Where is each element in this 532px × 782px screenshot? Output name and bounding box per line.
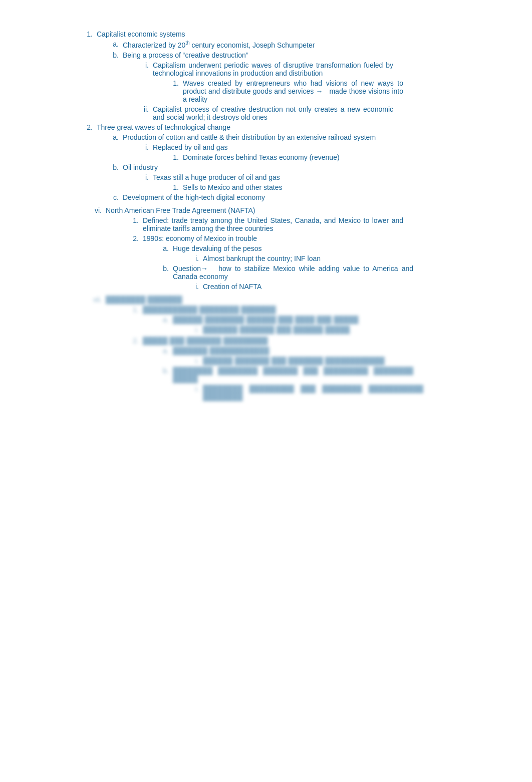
item-1b-i-num: i. xyxy=(141,61,153,69)
item-2b-i: i. Texas still a huge producer of oil an… xyxy=(141,173,451,191)
item-2b-i-text: Texas still a huge producer of oil and g… xyxy=(153,173,280,181)
item-2c-text: Development of the high-tech digital eco… xyxy=(123,193,265,201)
item-vi-2b-i: i. Creation of NAFTA xyxy=(191,283,451,291)
item-1b: b. Being a process of “creative destruct… xyxy=(111,51,451,121)
item-1a: a. Characterized by 20th century economi… xyxy=(111,40,451,49)
item-2-num: 2. xyxy=(81,123,97,131)
item-2-children: a. Production of cotton and cattle & the… xyxy=(111,133,451,201)
item-vi-2b-text: Question→ how to stabilize Mexico while … xyxy=(173,265,413,281)
item-2b-i-list: i. Texas still a huge producer of oil an… xyxy=(141,173,451,191)
item-vi-children: 1. Defined: trade treaty among the Unite… xyxy=(131,216,451,291)
item-2a-i-1-num: 1. xyxy=(171,153,183,161)
item-2a-i-1: 1. Dominate forces behind Texas economy … xyxy=(171,153,451,161)
item-vii-children: 1. ███████████ ████████ ███████ a. █████… xyxy=(131,306,451,401)
item-vi-1-text: Defined: trade treaty among the United S… xyxy=(143,216,403,232)
item-1a-num: a. xyxy=(111,40,123,48)
item-vi-1: 1. Defined: trade treaty among the Unite… xyxy=(131,216,451,232)
item-2a-text: Production of cotton and cattle & their … xyxy=(123,133,376,141)
item-2b-num: b. xyxy=(111,163,123,171)
item-1b-ii: ii. Capitalist process of creative destr… xyxy=(141,105,451,121)
item-2a-i-1-list: 1. Dominate forces behind Texas economy … xyxy=(171,153,451,161)
item-vi-2a-i-list: i. Almost bankrupt the country; INF loan xyxy=(191,254,451,263)
item-vi-2a-num: a. xyxy=(161,244,173,252)
item-1b-text: Being a process of “creative destruction… xyxy=(123,51,248,59)
document-container: 1. Capitalist economic systems a. Charac… xyxy=(61,20,471,414)
item-vi-2a-text: Huge devaluing of the pesos xyxy=(173,244,261,252)
item-vi-2-children: a. Huge devaluing of the pesos i. Almost… xyxy=(161,244,451,291)
item-vi-2-num: 2. xyxy=(131,234,143,242)
item-2b: b. Oil industry i. Texas still a huge pr… xyxy=(111,163,451,191)
item-vi-1-num: 1. xyxy=(131,216,143,224)
item-1b-ii-num: ii. xyxy=(141,105,153,113)
item-1-children: a. Characterized by 20th century economi… xyxy=(111,40,451,121)
item-1b-num: b. xyxy=(111,51,123,59)
item-2b-i-1-num: 1. xyxy=(171,183,183,191)
item-1b-i-text: Capitalism underwent periodic waves of d… xyxy=(153,61,393,77)
item-2a-num: a. xyxy=(111,133,123,141)
item-2b-i-1-text: Sells to Mexico and other states xyxy=(183,183,282,191)
item-1b-ii-text: Capitalist process of creative destructi… xyxy=(153,105,393,121)
item-vi-2a-i: i. Almost bankrupt the country; INF loan xyxy=(191,254,451,263)
item-2: 2. Three great waves of technological ch… xyxy=(81,123,451,201)
item-2a-i-text: Replaced by oil and gas xyxy=(153,143,227,151)
item-1b-i-1-num: 1. xyxy=(171,79,183,87)
item-vi-text: North American Free Trade Agreement (NAF… xyxy=(106,206,255,214)
item-vi-2: 2. 1990s: economy of Mexico in trouble a… xyxy=(131,234,451,291)
item-2a-i: i. Replaced by oil and gas 1. Dominate f… xyxy=(141,143,451,161)
item-vi-2a-i-num: i. xyxy=(191,254,203,263)
item-vi-2-text: 1990s: economy of Mexico in trouble xyxy=(143,234,257,242)
item-2a-i-1-text: Dominate forces behind Texas economy (re… xyxy=(183,153,340,161)
item-vi-2b-num: b. xyxy=(161,265,173,273)
item-vi-num: vi. xyxy=(81,206,106,214)
item-vi-2a: a. Huge devaluing of the pesos i. Almost… xyxy=(161,244,451,263)
item-2c-num: c. xyxy=(111,193,123,201)
item-vii: vii. ████████ ███████ 1. ███████████ ███… xyxy=(81,296,451,401)
item-1: 1. Capitalist economic systems a. Charac… xyxy=(81,30,451,121)
item-2a-i-num: i. xyxy=(141,143,153,151)
item-vi-2b-i-num: i. xyxy=(191,283,203,291)
item-2b-text: Oil industry xyxy=(123,163,158,171)
item-vi-2b: b. Question→ how to stabilize Mexico whi… xyxy=(161,265,451,291)
item-2a: a. Production of cotton and cattle & the… xyxy=(111,133,451,161)
item-1b-children: i. Capitalism underwent periodic waves o… xyxy=(141,61,451,121)
item-vi: vi. North American Free Trade Agreement … xyxy=(81,206,451,291)
item-2b-i-1: 1. Sells to Mexico and other states xyxy=(171,183,451,191)
item-vii-num: vii. xyxy=(81,296,106,304)
item-1-num: 1. xyxy=(81,30,97,38)
item-vi-2b-i-text: Creation of NAFTA xyxy=(203,283,261,291)
item-2a-i-list: i. Replaced by oil and gas 1. Dominate f… xyxy=(141,143,451,161)
item-vii-title: ████████ ███████ xyxy=(106,296,182,304)
item-2b-i-1-list: 1. Sells to Mexico and other states xyxy=(171,183,451,191)
item-2c: c. Development of the high-tech digital … xyxy=(111,193,451,201)
item-2-text: Three great waves of technological chang… xyxy=(97,123,230,131)
item-1b-i-1-text: Waves created by entrepreneurs who had v… xyxy=(183,79,403,103)
item-1b-i-1: 1. Waves created by entrepreneurs who ha… xyxy=(171,79,451,103)
item-1b-i-children: 1. Waves created by entrepreneurs who ha… xyxy=(171,79,451,103)
item-1-text: Capitalist economic systems xyxy=(97,30,185,38)
item-vi-2a-i-text: Almost bankrupt the country; INF loan xyxy=(203,254,321,263)
item-vi-2b-i-list: i. Creation of NAFTA xyxy=(191,283,451,291)
item-1b-i: i. Capitalism underwent periodic waves o… xyxy=(141,61,451,103)
item-2b-i-num: i. xyxy=(141,173,153,181)
item-1a-text: Characterized by 20th century economist,… xyxy=(123,40,315,49)
